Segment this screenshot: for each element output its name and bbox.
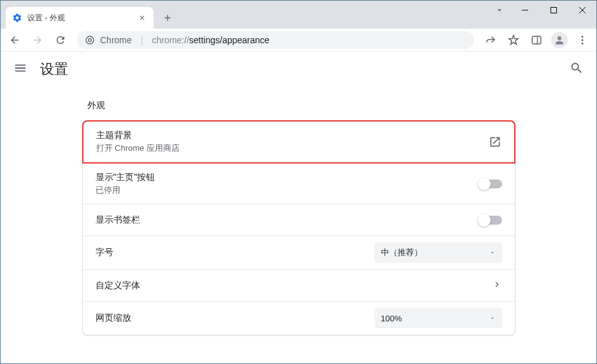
settings-header: 设置 xyxy=(1,52,596,87)
new-tab-button[interactable] xyxy=(159,9,176,27)
url-chrome-label: Chrome xyxy=(100,35,132,45)
profile-button[interactable] xyxy=(549,30,570,50)
svg-rect-0 xyxy=(550,8,556,13)
dropdown-arrow-icon xyxy=(489,247,496,258)
appearance-card: 主题背景 打开 Chrome 应用商店 显示"主页"按钮 已停用 显示书签栏 xyxy=(82,120,515,335)
page-zoom-row: 网页缩放 100% xyxy=(83,302,515,335)
close-tab-icon[interactable] xyxy=(137,13,147,23)
gear-icon xyxy=(12,13,22,23)
forward-button[interactable] xyxy=(27,30,48,50)
theme-row[interactable]: 主题背景 打开 Chrome 应用商店 xyxy=(83,122,514,162)
home-button-title: 显示"主页"按钮 xyxy=(96,172,479,183)
minimize-button[interactable] xyxy=(510,1,539,20)
page-title: 设置 xyxy=(40,60,68,79)
back-button[interactable] xyxy=(4,30,25,50)
bookmark-button[interactable] xyxy=(503,30,524,50)
url-separator: | xyxy=(141,35,143,45)
home-button-subtitle: 已停用 xyxy=(96,185,479,196)
page-zoom-title: 网页缩放 xyxy=(96,312,375,324)
svg-point-5 xyxy=(582,36,584,38)
page-zoom-value: 100% xyxy=(381,314,484,323)
svg-point-2 xyxy=(89,38,92,41)
search-icon[interactable] xyxy=(570,61,584,78)
close-window-button[interactable] xyxy=(568,1,596,20)
bookmarks-bar-title: 显示书签栏 xyxy=(96,214,479,226)
chrome-icon xyxy=(85,35,95,45)
dropdown-arrow-icon xyxy=(489,312,496,324)
reload-button[interactable] xyxy=(50,30,71,50)
font-size-dropdown[interactable]: 中（推荐） xyxy=(375,242,502,263)
browser-tab[interactable]: 设置 - 外观 xyxy=(6,7,154,29)
window-titlebar: 设置 - 外观 xyxy=(1,1,596,29)
tab-search-button[interactable] xyxy=(488,1,510,20)
url-text: chrome://settings/appearance xyxy=(152,34,269,46)
bookmarks-bar-row: 显示书签栏 xyxy=(83,204,515,236)
font-size-row: 字号 中（推荐） xyxy=(83,236,515,270)
theme-subtitle: 打开 Chrome 应用商店 xyxy=(96,143,489,154)
home-button-toggle[interactable] xyxy=(479,179,502,188)
home-button-row: 显示"主页"按钮 已停用 xyxy=(83,164,515,204)
page-zoom-dropdown[interactable]: 100% xyxy=(375,308,502,328)
window-controls xyxy=(488,1,596,20)
menu-icon[interactable] xyxy=(13,61,27,78)
font-size-value: 中（推荐） xyxy=(381,247,484,258)
share-button[interactable] xyxy=(480,30,501,50)
maximize-button[interactable] xyxy=(539,1,568,20)
custom-fonts-row[interactable]: 自定义字体 xyxy=(83,270,515,302)
section-label: 外观 xyxy=(82,87,515,120)
highlight-box: 主题背景 打开 Chrome 应用商店 xyxy=(82,120,515,164)
settings-content: 外观 主题背景 打开 Chrome 应用商店 显示"主页"按钮 已停用 xyxy=(1,87,596,348)
browser-toolbar: Chrome | chrome://settings/appearance xyxy=(1,29,596,52)
theme-title: 主题背景 xyxy=(96,130,489,141)
bookmarks-bar-toggle[interactable] xyxy=(479,216,502,225)
tab-title: 设置 - 外观 xyxy=(27,13,132,24)
address-bar[interactable]: Chrome | chrome://settings/appearance xyxy=(77,31,474,49)
side-panel-button[interactable] xyxy=(526,30,547,50)
svg-rect-3 xyxy=(532,36,541,44)
menu-button[interactable] xyxy=(572,30,593,50)
svg-point-1 xyxy=(86,36,94,44)
font-size-title: 字号 xyxy=(96,247,375,258)
custom-fonts-title: 自定义字体 xyxy=(96,280,492,291)
chevron-right-icon xyxy=(492,279,502,292)
svg-point-4 xyxy=(557,36,561,40)
svg-point-6 xyxy=(582,39,584,41)
svg-point-7 xyxy=(582,42,584,44)
open-external-icon xyxy=(489,136,501,148)
